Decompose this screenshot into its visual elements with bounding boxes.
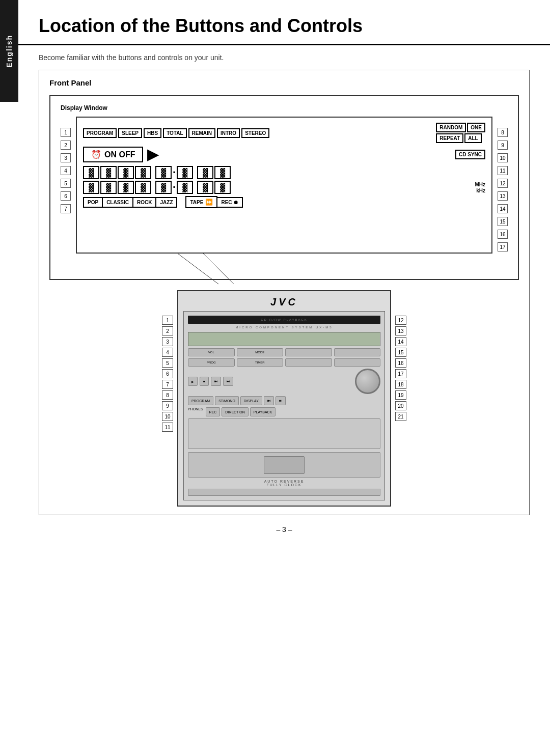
dev-left-num-6: 6 xyxy=(162,369,173,378)
seg-2-1: ▓ xyxy=(83,181,99,194)
dev-btn-st-mono[interactable]: ST/MONO xyxy=(215,396,239,405)
program-row: PROGRAM ST/MONO DISPLAY ⏮ ⏭ xyxy=(188,396,380,405)
eq-rock: ROCK xyxy=(133,197,156,208)
dev-btn-prog[interactable]: PROG xyxy=(188,358,235,367)
svg-line-1 xyxy=(203,254,234,284)
right-num-8: 8 xyxy=(498,128,508,137)
dev-btn-stop[interactable]: ■ xyxy=(200,377,209,386)
diagonal-lines-svg xyxy=(61,254,508,294)
eq-row: POP CLASSIC ROCK JAZZ TAPE ⏩ REC ⏺ xyxy=(83,196,485,208)
rec-icon: ⏺ xyxy=(233,200,238,205)
left-num-4: 4 xyxy=(61,166,71,175)
dev-left-num-2: 2 xyxy=(162,326,173,335)
dev-btn-rew[interactable]: ⏮ xyxy=(211,377,221,386)
dev-right-num-18: 18 xyxy=(395,380,406,389)
seg-1-2: ▓ xyxy=(100,166,117,179)
dev-right-num-17: 17 xyxy=(395,369,406,378)
device-inner-box: CD-R/RW PLAYBACK MICRO COMPONENT SYSTEM … xyxy=(183,311,385,500)
indicator-stereo: STEREO xyxy=(241,128,269,138)
right-num-11: 11 xyxy=(498,166,508,175)
tape-icon: ⏩ xyxy=(205,199,213,206)
seg-1-7: ▓ xyxy=(197,166,213,179)
dev-right-num-16: 16 xyxy=(395,358,406,368)
dev-btn-mode[interactable]: MODE xyxy=(237,348,284,356)
page-title: Location of the Buttons and Controls xyxy=(39,15,530,37)
cd-tray-area xyxy=(188,452,380,478)
dev-btn-blank xyxy=(285,348,332,356)
device-model: MICRO COMPONENT SYSTEM UX-M5 xyxy=(188,326,380,329)
dev-btn-next[interactable]: ⏭ xyxy=(276,396,286,405)
indicator-hbs: HBS xyxy=(144,128,161,138)
device-wrapper: 1 2 3 4 5 6 7 8 9 10 11 JVC xyxy=(162,290,406,507)
dev-btn-rec2[interactable]: REC xyxy=(206,407,221,416)
dev-btn-blank4 xyxy=(334,358,381,367)
eq-classic: CLASSIC xyxy=(103,197,133,208)
indicator-sleep: SLEEP xyxy=(118,128,142,138)
page-header: Location of the Buttons and Controls xyxy=(18,0,550,45)
rec-btn: REC ⏺ xyxy=(217,197,242,208)
diagonal-lines-area xyxy=(61,254,508,269)
cd-slot: CD-R/RW PLAYBACK xyxy=(188,316,380,324)
left-num-5: 5 xyxy=(61,179,71,188)
dev-btn-ff[interactable]: ⏭ xyxy=(223,377,233,386)
indicator-remain: REMAIN xyxy=(188,128,215,138)
rec-row: PHONES REC DIRECTION PLAYBACK xyxy=(188,407,380,416)
page-number: – 3 – xyxy=(39,515,530,544)
dev-btn-dir[interactable]: DIRECTION xyxy=(222,407,249,416)
device-left-callouts: 1 2 3 4 5 6 7 8 9 10 11 xyxy=(162,290,173,432)
dev-left-num-1: 1 xyxy=(162,316,173,325)
seg-2-7: ▓ xyxy=(197,181,213,194)
content-area: Become familiar with the buttons and con… xyxy=(18,45,550,552)
physical-device-box: JVC CD-R/RW PLAYBACK MICRO COMPONENT SYS… xyxy=(177,290,391,507)
seg-1-5: ▓ xyxy=(155,166,172,179)
dev-btn-vol[interactable]: VOL xyxy=(188,348,235,356)
seg-1-4: ▓ xyxy=(135,166,151,179)
dev-btn-display2[interactable]: DISPLAY xyxy=(240,396,262,405)
dev-right-num-14: 14 xyxy=(395,337,406,346)
cd-slot-text: CD-R/RW PLAYBACK xyxy=(261,318,307,321)
seg-2-4: ▓ xyxy=(135,181,151,194)
dev-btn-blank3 xyxy=(285,358,332,367)
dev-left-num-5: 5 xyxy=(162,358,173,368)
seg-1-8: ▓ xyxy=(214,166,231,179)
mhz-label: MHz xyxy=(475,182,485,187)
dev-right-num-15: 15 xyxy=(395,348,406,357)
device-brand: JVC xyxy=(183,296,385,308)
seg-2-3: ▓ xyxy=(118,181,134,194)
dev-btn-timer[interactable]: TIMER xyxy=(237,358,284,367)
volume-dial[interactable] xyxy=(355,369,380,394)
dev-btn-blank2 xyxy=(334,348,381,356)
seg-dot2: · xyxy=(173,181,176,194)
svg-line-0 xyxy=(178,254,218,284)
dev-btn-prev[interactable]: ⏮ xyxy=(264,396,274,405)
left-num-7: 7 xyxy=(61,204,71,213)
phones-label: PHONES xyxy=(188,407,203,416)
indicator-repeat: REPEAT xyxy=(436,133,463,143)
dev-btn-play[interactable]: ▶ xyxy=(188,377,198,386)
right-num-13: 13 xyxy=(498,191,508,201)
indicator-program: PROGRAM xyxy=(83,128,117,138)
cd-tray-inner xyxy=(264,456,305,474)
dev-right-num-12: 12 xyxy=(395,316,406,325)
dev-right-num-13: 13 xyxy=(395,326,406,335)
dev-right-num-20: 20 xyxy=(395,401,406,410)
display-panel: Display Window 1 2 3 4 5 6 7 PROG xyxy=(49,95,519,280)
dev-right-num-21: 21 xyxy=(395,412,406,421)
tape-btn: TAPE ⏩ xyxy=(185,196,217,208)
seg-1-3: ▓ xyxy=(118,166,134,179)
dev-left-num-3: 3 xyxy=(162,337,173,346)
seg-2-8: ▓ xyxy=(214,181,231,194)
dev-btn-program2[interactable]: PROGRAM xyxy=(188,396,213,405)
seg-1-6: ▓ xyxy=(177,166,193,179)
indicator-total: TOTAL xyxy=(163,128,186,138)
device-btn-row-1: VOL MODE xyxy=(188,348,380,356)
on-off-display: ⏰ ON OFF xyxy=(83,147,143,162)
dev-left-num-7: 7 xyxy=(162,380,173,389)
right-num-10: 10 xyxy=(498,153,508,162)
dev-btn-pla[interactable]: PLAYBACK xyxy=(250,407,276,416)
side-tab-label: English xyxy=(5,35,13,68)
khz-label: kHz xyxy=(476,188,485,193)
device-right-callouts: 12 13 14 15 16 17 18 19 20 21 xyxy=(395,290,406,421)
right-num-12: 12 xyxy=(498,179,508,188)
on-off-label: ON OFF xyxy=(104,150,135,159)
